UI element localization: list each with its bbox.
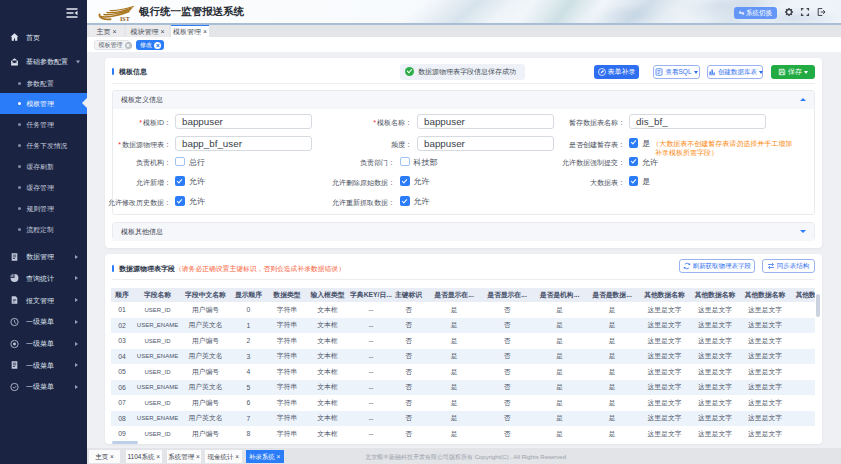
svg-text:IST: IST <box>120 16 130 22</box>
